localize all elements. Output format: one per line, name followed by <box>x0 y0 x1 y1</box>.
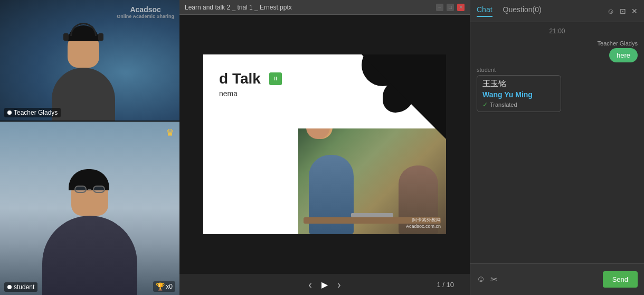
chat-body: 21:00 Teacher Gladys here student 王玉铭 Wa… <box>470 22 644 263</box>
glass-left <box>74 186 87 193</box>
translated-label: Translated <box>490 102 517 108</box>
headset-right <box>98 33 103 41</box>
student-figure <box>42 173 137 295</box>
window-title: Learn and talk 2 _ trial 1 _ Ernest.pptx <box>185 4 292 11</box>
acadsoc-logo: Acadsoc Online Academic Sharing <box>117 5 174 19</box>
mic-icon <box>7 110 12 115</box>
slide-title-row: d Talk ⏸ <box>219 70 282 87</box>
watermark-line1: 阿卡索外教网 <box>406 217 441 224</box>
left-panel: Acadsoc Online Academic Sharing Teacher … <box>0 0 179 295</box>
acadsoc-logo-text: Acadsoc <box>117 5 174 14</box>
right-panel: Chat Question(0) ☺ ⊡ ✕ 21:00 Teacher Gla… <box>470 0 644 295</box>
chat-header-icons: ☺ ⊡ ✕ <box>607 7 638 15</box>
maximize-button[interactable]: □ <box>447 4 454 11</box>
center-panel: Learn and talk 2 _ trial 1 _ Ernest.pptx… <box>179 0 470 295</box>
student-video: ♛ student 🏆 x0 <box>0 122 179 295</box>
emoji-icon[interactable]: ☺ <box>477 274 485 284</box>
header-resize-icon[interactable]: ⊡ <box>620 7 626 15</box>
teacher-name: Teacher Gladys <box>14 109 58 116</box>
teacher-label: Teacher Gladys <box>4 108 61 117</box>
glass-right <box>93 186 105 193</box>
translated-text: Wang Yu Ming <box>482 90 555 99</box>
teacher-sender: Teacher Gladys <box>598 40 638 47</box>
slide-prev-button[interactable]: ‹ <box>304 276 316 293</box>
ink-corner <box>362 54 446 139</box>
slide-title-area: d Talk ⏸ nema <box>219 70 282 98</box>
trophy-icon: 🏆 <box>156 282 165 291</box>
slide-pause-button[interactable]: ⏸ <box>269 72 282 85</box>
student-body <box>42 216 137 295</box>
headset-left <box>63 33 69 41</box>
header-close-icon[interactable]: ✕ <box>631 7 638 15</box>
slide-next-button[interactable]: › <box>333 276 345 293</box>
student-mic-icon <box>7 285 12 289</box>
slide-watermark: 阿卡索外教网 Acadsoc.com.cn <box>406 217 441 229</box>
watermark-line2: Acadsoc.com.cn <box>406 224 441 229</box>
scissors-icon[interactable]: ✂ <box>490 274 497 284</box>
translated-badge: ✓ Translated <box>482 101 555 108</box>
teacher-message: Teacher Gladys here <box>477 40 638 62</box>
crown-icon: ♛ <box>166 127 174 139</box>
chat-icons: ☺ ✂ <box>477 274 497 284</box>
teacher-bubble: here <box>609 48 638 62</box>
glasses-bridge <box>88 189 91 190</box>
student-sender-label: student <box>477 67 496 73</box>
slide-container: d Talk ⏸ nema 阿卡索外教网 Ac <box>203 54 446 234</box>
student-message-box: 王玉铭 Wang Yu Ming ✓ Translated <box>477 75 561 112</box>
slide-title: d Talk <box>219 70 261 87</box>
close-button[interactable]: ✕ <box>457 4 465 11</box>
trophy-count: x0 <box>166 283 173 290</box>
slide-area: d Talk ⏸ nema 阿卡索外教网 Ac <box>179 15 470 274</box>
student-head <box>71 173 108 216</box>
student-name: student <box>14 283 34 291</box>
window-controls: − □ ✕ <box>436 4 465 11</box>
send-button[interactable]: Send <box>603 271 638 288</box>
acadsoc-tagline: Online Academic Sharing <box>117 14 174 19</box>
teacher-video: Acadsoc Online Academic Sharing Teacher … <box>0 0 179 122</box>
slide-nav-bar: ‹ ▶ › 1 / 10 <box>179 274 470 295</box>
photo-laptop <box>351 213 393 217</box>
teacher-figure <box>52 31 115 121</box>
slide-photo: 阿卡索外教网 Acadsoc.com.cn <box>298 128 446 234</box>
title-bar: Learn and talk 2 _ trial 1 _ Ernest.pptx… <box>179 0 470 15</box>
slide-play-button[interactable]: ▶ <box>316 278 333 292</box>
student-message: student 王玉铭 Wang Yu Ming ✓ Translated <box>477 67 638 112</box>
glasses <box>74 185 105 193</box>
tab-chat[interactable]: Chat <box>477 5 493 17</box>
trophy-area: 🏆 x0 <box>153 281 175 292</box>
teacher-body <box>52 68 115 121</box>
slide-counter: 1 / 10 <box>437 281 454 289</box>
slide-subtitle: nema <box>219 89 282 98</box>
chat-input-area: ☺ ✂ Send <box>470 263 644 295</box>
chat-header: Chat Question(0) ☺ ⊡ ✕ <box>470 0 644 22</box>
student-label: student <box>4 282 37 292</box>
check-icon: ✓ <box>482 101 488 108</box>
chinese-text: 王玉铭 <box>482 79 555 89</box>
header-emoji-icon[interactable]: ☺ <box>607 7 614 15</box>
minimize-button[interactable]: − <box>436 4 443 11</box>
chat-timestamp: 21:00 <box>477 27 638 35</box>
tab-question[interactable]: Question(0) <box>503 5 542 17</box>
chat-tabs: Chat Question(0) <box>477 5 542 17</box>
teacher-head <box>68 31 99 68</box>
